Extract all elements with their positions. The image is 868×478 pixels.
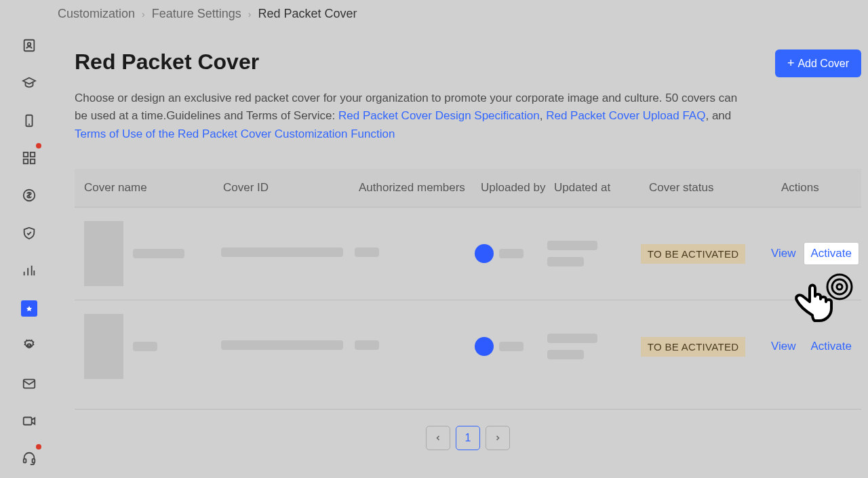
- chevron-right-icon: ›: [142, 9, 145, 20]
- bar-chart-icon: [22, 263, 37, 278]
- cover-thumbnail[interactable]: [84, 314, 123, 379]
- authorized-placeholder: [355, 340, 379, 350]
- pagination: 1: [75, 409, 861, 450]
- contacts-icon: [22, 38, 37, 53]
- svg-rect-12: [23, 417, 31, 424]
- sidebar-item-contacts[interactable]: [14, 27, 45, 63]
- add-cover-button[interactable]: + Add Cover: [775, 49, 861, 77]
- sidebar-item-billing[interactable]: [14, 178, 45, 214]
- sidebar-item-education[interactable]: [14, 64, 45, 100]
- svg-rect-13: [23, 459, 26, 463]
- table-row: TO BE ACTIVATED View Activate: [75, 300, 861, 393]
- svg-rect-7: [30, 159, 34, 163]
- headset-icon: [22, 451, 37, 466]
- sidebar: [0, 0, 58, 478]
- svg-rect-6: [23, 159, 27, 163]
- sidebar-item-security[interactable]: [14, 215, 45, 251]
- graduation-icon: [22, 75, 37, 90]
- uploader-name-placeholder: [499, 342, 524, 351]
- th-cover-id: Cover ID: [223, 181, 359, 195]
- activate-link[interactable]: Activate: [811, 340, 852, 353]
- svg-rect-14: [32, 459, 35, 463]
- updated-date-placeholder: [547, 334, 597, 343]
- device-icon: [22, 113, 37, 128]
- breadcrumb-current: Red Packet Cover: [258, 7, 357, 21]
- chevron-right-icon: ›: [248, 9, 252, 20]
- dollar-icon: [22, 188, 37, 203]
- notification-dot: [36, 143, 41, 148]
- page-number-button[interactable]: 1: [456, 426, 480, 450]
- page-title: Red Packet Cover: [75, 49, 259, 75]
- uploader-name-placeholder: [499, 249, 524, 258]
- updated-date-placeholder: [547, 241, 597, 250]
- svg-rect-5: [30, 153, 34, 157]
- content-card: Red Packet Cover + Add Cover Choose or d…: [58, 29, 868, 464]
- view-link[interactable]: View: [771, 247, 796, 260]
- video-icon: [22, 414, 37, 429]
- shield-icon: [22, 226, 37, 241]
- table-row: TO BE ACTIVATED View Activate: [75, 207, 861, 300]
- main-content: Customization › Feature Settings › Red P…: [58, 0, 868, 478]
- view-link[interactable]: View: [771, 340, 796, 353]
- th-cover-status: Cover status: [649, 181, 781, 195]
- th-cover-name: Cover name: [84, 181, 223, 195]
- sidebar-item-customization[interactable]: [14, 290, 45, 326]
- sidebar-item-settings[interactable]: [14, 327, 45, 363]
- breadcrumb-item[interactable]: Customization: [58, 7, 135, 21]
- link-upload-faq[interactable]: Red Packet Cover Upload FAQ: [546, 109, 705, 122]
- th-uploaded-by: Uploaded by: [481, 181, 554, 195]
- breadcrumb: Customization › Feature Settings › Red P…: [58, 0, 868, 29]
- th-authorized: Authorized members: [359, 181, 481, 195]
- mail-icon: [22, 376, 37, 391]
- apps-icon: [22, 151, 37, 165]
- chevron-left-icon: [434, 434, 442, 442]
- add-cover-label: Add Cover: [797, 58, 849, 70]
- chevron-right-icon: [494, 434, 502, 442]
- status-badge: TO BE ACTIVATED: [641, 244, 746, 264]
- breadcrumb-item[interactable]: Feature Settings: [152, 7, 241, 21]
- th-updated-at: Updated at: [554, 181, 649, 195]
- covers-table: Cover name Cover ID Authorized members U…: [75, 169, 861, 450]
- star-badge-icon: [22, 301, 37, 316]
- updated-time-placeholder: [547, 350, 584, 359]
- uploader-avatar: [475, 337, 494, 356]
- cover-thumbnail[interactable]: [84, 221, 123, 286]
- gear-icon: [22, 338, 37, 353]
- cover-name-placeholder: [133, 342, 157, 351]
- plus-icon: +: [787, 56, 795, 71]
- th-actions: Actions: [781, 181, 852, 195]
- page-next-button[interactable]: [486, 426, 510, 450]
- table-header: Cover name Cover ID Authorized members U…: [75, 169, 861, 207]
- notification-dot: [36, 444, 41, 450]
- link-terms[interactable]: Terms of Use of the Red Packet Cover Cus…: [75, 127, 395, 140]
- status-badge: TO BE ACTIVATED: [641, 337, 746, 357]
- cover-name-placeholder: [133, 249, 184, 258]
- link-design-spec[interactable]: Red Packet Cover Design Specification: [338, 109, 540, 122]
- activate-link[interactable]: Activate: [804, 243, 859, 264]
- header-row: Red Packet Cover + Add Cover: [75, 49, 861, 77]
- page-prev-button[interactable]: [426, 426, 450, 450]
- authorized-placeholder: [355, 247, 379, 257]
- uploader-avatar: [475, 244, 494, 263]
- cover-id-placeholder: [221, 340, 343, 350]
- sidebar-item-support[interactable]: [14, 441, 45, 477]
- sidebar-item-apps[interactable]: [14, 140, 45, 176]
- sidebar-item-device[interactable]: [14, 102, 45, 138]
- sidebar-item-analytics[interactable]: [14, 253, 45, 289]
- svg-rect-4: [23, 153, 27, 157]
- cover-id-placeholder: [221, 247, 343, 257]
- sidebar-item-mail[interactable]: [14, 365, 45, 401]
- updated-time-placeholder: [547, 257, 584, 266]
- page-description: Choose or design an exclusive red packet…: [75, 89, 746, 143]
- sidebar-item-video[interactable]: [14, 403, 45, 439]
- svg-point-1: [27, 43, 31, 46]
